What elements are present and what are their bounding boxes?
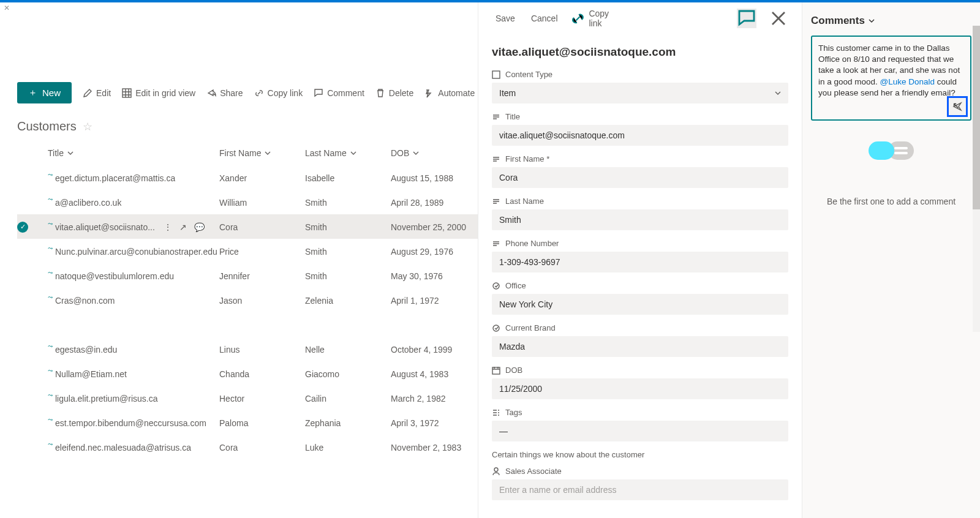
comment-icon <box>737 9 756 28</box>
text-icon <box>492 155 500 163</box>
row-title: vitae.aliquet@sociisnato... <box>55 222 155 232</box>
form-scrollbar[interactable] <box>973 26 980 332</box>
record-title: vitae.aliquet@sociisnatoque.com <box>492 45 788 59</box>
comments-heading[interactable]: Comments <box>811 15 971 27</box>
page-back-x[interactable]: ✕ <box>4 4 10 12</box>
share-icon <box>206 88 216 98</box>
automate-label: Automate <box>438 88 475 98</box>
first-name-input[interactable]: Cora <box>492 167 788 188</box>
send-comment-button[interactable]: ↖ <box>947 96 968 117</box>
choice-icon <box>492 324 500 332</box>
col-first[interactable]: First Name <box>219 148 305 158</box>
row-first: Jason <box>219 296 305 306</box>
office-value: New York City <box>499 299 552 309</box>
edit-form: Save Cancel Copy link vitae.aliquet@soci… <box>478 2 802 518</box>
share-button[interactable]: Share <box>206 88 243 98</box>
plus-icon: ＋ <box>28 87 37 99</box>
col-last-label: Last Name <box>305 148 347 158</box>
row-title: a@aclibero.co.uk <box>55 198 121 208</box>
last-name-input[interactable]: Smith <box>492 209 788 230</box>
tags-label: Tags <box>505 408 522 417</box>
associate-input[interactable]: Enter a name or email address <box>492 479 788 500</box>
new-indicator-icon: ⤳ <box>48 367 53 374</box>
section-header: Certain things we know about the custome… <box>492 450 788 459</box>
form-scroll-area[interactable]: vitae.aliquet@sociisnatoque.com Content … <box>478 34 802 518</box>
edit-button[interactable]: Edit <box>83 88 111 98</box>
brand-label: Current Brand <box>505 323 556 332</box>
brand-input[interactable]: Mazda <box>492 336 788 357</box>
close-icon <box>769 9 788 28</box>
comment-button[interactable]: Comment <box>314 88 364 98</box>
row-last: Zelenia <box>305 296 391 306</box>
tags-icon <box>492 408 500 417</box>
form-toolbar: Save Cancel Copy link <box>478 2 802 34</box>
col-title[interactable]: Title <box>48 148 219 158</box>
content-type-select[interactable]: Item <box>492 83 788 103</box>
chevron-down-icon <box>350 150 356 156</box>
link-icon <box>570 11 586 26</box>
row-first: William <box>219 198 305 208</box>
chevron-down-icon <box>67 150 74 156</box>
toggle-comments-button[interactable] <box>737 9 756 28</box>
pencil-icon <box>83 88 92 98</box>
tags-input[interactable]: — <box>492 421 788 441</box>
last-label: Last Name <box>505 197 544 206</box>
new-indicator-icon: ⤳ <box>48 441 53 448</box>
row-more-icon[interactable]: ⋮ <box>164 222 172 232</box>
new-indicator-icon: ⤳ <box>48 220 53 227</box>
new-button[interactable]: ＋ New <box>17 82 72 103</box>
row-share-icon[interactable]: ↗ <box>179 222 187 232</box>
last-value: Smith <box>499 215 521 225</box>
col-first-label: First Name <box>219 148 261 158</box>
delete-button[interactable]: Delete <box>375 88 413 98</box>
new-indicator-icon: ⤳ <box>48 392 53 399</box>
svg-point-4 <box>493 325 499 331</box>
panel-copylink-button[interactable]: Copy link <box>570 9 609 28</box>
chevron-down-icon <box>413 150 419 156</box>
title-input[interactable]: vitae.aliquet@sociisnatoque.com <box>492 125 788 146</box>
row-last: Smith <box>305 271 391 281</box>
office-input[interactable]: New York City <box>492 294 788 315</box>
svg-rect-5 <box>492 367 500 374</box>
flow-icon <box>424 88 434 98</box>
dob-label: DOB <box>505 366 522 375</box>
edit-grid-button[interactable]: Edit in grid view <box>122 88 195 98</box>
row-last: Luke <box>305 443 391 452</box>
svg-rect-0 <box>123 89 131 97</box>
new-indicator-icon: ⤳ <box>48 416 53 423</box>
row-title: Cras@non.com <box>55 296 115 306</box>
new-label: New <box>42 88 61 98</box>
text-icon <box>492 239 500 248</box>
person-icon <box>492 467 500 476</box>
edit-grid-label: Edit in grid view <box>135 88 195 98</box>
new-indicator-icon: ⤳ <box>48 196 53 203</box>
row-selected-icon[interactable]: ✓ <box>17 222 28 233</box>
choice-icon <box>492 282 500 290</box>
cancel-button[interactable]: Cancel <box>527 13 558 23</box>
row-first: Hector <box>219 394 305 404</box>
row-comment-icon[interactable]: 💬 <box>194 222 205 232</box>
comment-mention[interactable]: @Luke Donald <box>880 77 935 86</box>
close-panel-button[interactable] <box>769 9 788 28</box>
title-value: vitae.aliquet@sociisnatoque.com <box>499 130 625 140</box>
chevron-down-icon <box>775 90 781 96</box>
row-last: Zephania <box>305 418 391 428</box>
phone-label: Phone Number <box>505 239 559 248</box>
new-indicator-icon: ⤳ <box>48 269 53 276</box>
copylink-button[interactable]: Copy link <box>254 88 303 98</box>
row-title: natoque@vestibulumlorem.edu <box>55 271 174 281</box>
col-title-label: Title <box>48 148 64 158</box>
row-last: Nelle <box>305 345 391 355</box>
comment-input[interactable]: This customer came in to the Dallas Offi… <box>811 36 971 121</box>
phone-value: 1-309-493-9697 <box>499 257 560 267</box>
row-first: Jennifer <box>219 271 305 281</box>
phone-input[interactable]: 1-309-493-9697 <box>492 252 788 272</box>
new-indicator-icon: ⤳ <box>48 171 53 178</box>
col-last[interactable]: Last Name <box>305 148 391 158</box>
save-button[interactable]: Save <box>492 13 515 23</box>
dob-input[interactable]: 11/25/2000 <box>492 378 788 399</box>
scrollbar-thumb[interactable] <box>973 26 980 209</box>
row-last: Isabelle <box>305 173 391 183</box>
favorite-toggle[interactable]: ☆ <box>83 120 92 133</box>
detail-panel: Save Cancel Copy link vitae.aliquet@soci… <box>478 2 980 518</box>
